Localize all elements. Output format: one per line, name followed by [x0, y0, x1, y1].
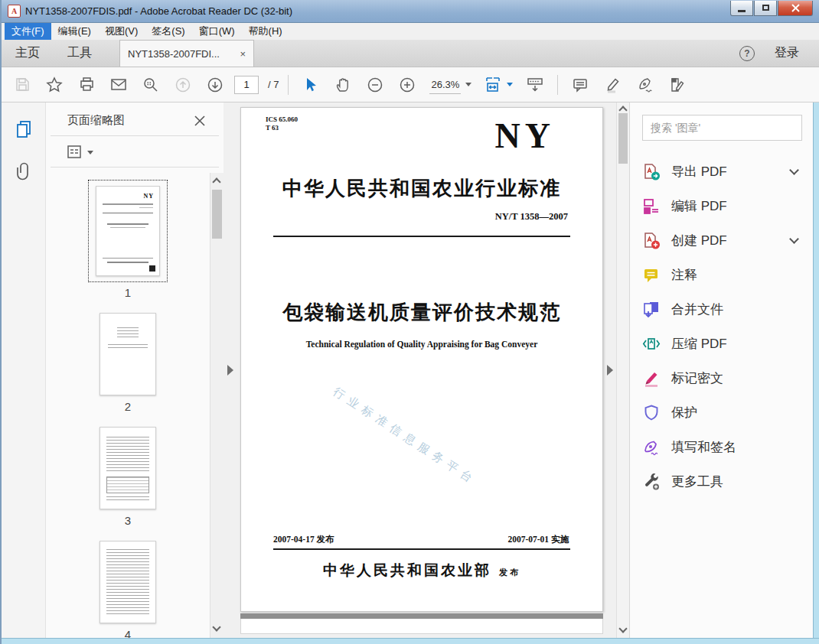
- fit-width-dropdown[interactable]: [481, 76, 516, 94]
- menu-bar: 文件(F) 编辑(E) 视图(V) 签名(S) 窗口(W) 帮助(H): [2, 23, 819, 40]
- tool-redact[interactable]: 标记密文: [642, 361, 802, 395]
- menu-edit[interactable]: 编辑(E): [51, 23, 98, 40]
- collapse-left-panel-button[interactable]: [224, 102, 237, 638]
- zoom-level-value: 26.3%: [429, 76, 461, 94]
- tool-more-tools[interactable]: 更多工具: [642, 464, 802, 499]
- tool-create-pdf[interactable]: 创建 PDF: [642, 223, 802, 258]
- maximize-icon: [762, 5, 769, 11]
- hand-icon: [334, 76, 351, 93]
- tab-tools[interactable]: 工具: [54, 40, 106, 67]
- page-thumbnails-icon[interactable]: [14, 119, 34, 139]
- redact-icon: [642, 369, 661, 388]
- favorite-button[interactable]: [41, 72, 67, 98]
- chevron-down-icon[interactable]: [789, 234, 799, 244]
- thumbnail-page-1[interactable]: NY 1: [89, 181, 167, 299]
- thumbnail-page-4[interactable]: 4: [100, 541, 156, 641]
- close-icon: [791, 4, 800, 12]
- divider-rule: [273, 548, 570, 550]
- menu-sign[interactable]: 签名(S): [145, 23, 191, 40]
- tool-label: 更多工具: [671, 473, 802, 490]
- thumbnail-page-3[interactable]: 3: [100, 427, 156, 527]
- tools-panel: 导出 PDF 编辑 PDF 创建 PDF 注释: [629, 102, 813, 638]
- thumbnail-panel: 页面缩略图 NY: [46, 102, 224, 638]
- menu-window[interactable]: 窗口(W): [192, 23, 242, 40]
- edit-pdf-icon: [642, 197, 661, 216]
- menu-view[interactable]: 视图(V): [98, 23, 145, 40]
- export-pdf-icon: [642, 163, 661, 181]
- thumbnail-scrollbar[interactable]: [210, 173, 224, 638]
- menu-file[interactable]: 文件(F): [5, 23, 51, 40]
- tab-home[interactable]: 主页: [2, 40, 54, 67]
- highlight-tool-button[interactable]: [599, 72, 625, 98]
- previous-page-button[interactable]: [170, 72, 196, 98]
- thumbnail-list: NY 1 2: [46, 173, 210, 638]
- page-count-label: / 7: [268, 79, 279, 90]
- tab-close-icon[interactable]: ×: [240, 49, 246, 59]
- panel-toggle-icon: [607, 365, 613, 376]
- print-button[interactable]: [73, 72, 100, 98]
- pdf-page-2-edge: [240, 619, 603, 634]
- thumbnail-options-button[interactable]: [51, 136, 219, 168]
- panel-close-icon[interactable]: [194, 115, 205, 126]
- save-button[interactable]: [9, 72, 35, 98]
- tool-combine-files[interactable]: 合并文件: [642, 292, 802, 327]
- fill-sign-tool-button[interactable]: [664, 72, 690, 98]
- tool-compress-pdf[interactable]: 压缩 PDF: [642, 327, 802, 361]
- login-button[interactable]: 登录: [775, 45, 799, 61]
- divider-rule: [273, 236, 570, 237]
- hand-tool-button[interactable]: [330, 72, 356, 98]
- print-icon: [79, 76, 95, 93]
- tools-search-input[interactable]: [642, 115, 802, 141]
- tool-label: 保护: [671, 404, 802, 421]
- window-frame-bottom: [2, 638, 819, 644]
- tool-edit-pdf[interactable]: 编辑 PDF: [642, 189, 802, 223]
- panel-toggle-icon: [227, 365, 233, 376]
- chevron-down-icon[interactable]: [789, 165, 799, 175]
- collapse-right-panel-button[interactable]: [603, 102, 617, 638]
- menu-help[interactable]: 帮助(H): [242, 23, 289, 40]
- close-button[interactable]: [778, 1, 813, 16]
- tool-comment[interactable]: 注释: [642, 258, 802, 292]
- help-icon[interactable]: ?: [739, 46, 755, 61]
- toolbar: / 7 26.3%: [2, 67, 819, 102]
- comment-tool-button[interactable]: [567, 72, 593, 98]
- minimize-icon: [738, 10, 746, 12]
- zoom-level-dropdown[interactable]: 26.3%: [426, 76, 475, 94]
- sign-tool-button[interactable]: [631, 72, 657, 98]
- highlighter-icon: [604, 76, 621, 93]
- tool-label: 注释: [671, 266, 802, 284]
- ics-code: ICS 65.060: [266, 115, 298, 124]
- zoom-out-icon: [367, 76, 383, 93]
- scroll-down-icon[interactable]: [618, 624, 627, 633]
- tool-export-pdf[interactable]: 导出 PDF: [642, 154, 802, 189]
- thumbnail-page-2[interactable]: 2: [100, 313, 156, 413]
- fill-sign-icon: [668, 76, 686, 93]
- title-bar: A NYT1358-2007FDIS.pdf - Adobe Acrobat R…: [2, 0, 819, 23]
- comment-icon: [572, 76, 589, 93]
- attachments-icon[interactable]: [15, 161, 33, 181]
- document-title-cn: 包袋输送机质量评价技术规范: [241, 299, 602, 326]
- page-display-icon: [526, 76, 544, 94]
- select-tool-button[interactable]: [298, 72, 324, 98]
- tool-protect[interactable]: 保护: [642, 395, 802, 430]
- zoom-in-button[interactable]: [394, 72, 420, 98]
- protect-shield-icon: [642, 404, 661, 422]
- page-display-button[interactable]: [522, 72, 548, 98]
- email-button[interactable]: [106, 72, 132, 98]
- tab-document[interactable]: NYT1358-2007FDI... ×: [119, 40, 254, 67]
- scroll-down-icon[interactable]: [212, 623, 220, 631]
- pdf-page-1: ICS 65.060 T 63 NY 中华人民共和国农业行业标准 NY/T 13…: [240, 107, 603, 612]
- zoom-out-button[interactable]: [362, 72, 388, 98]
- standard-number: NY/T 1358—2007: [495, 211, 568, 223]
- issue-date: 2007-04-17 发布: [273, 534, 334, 545]
- next-page-button[interactable]: [202, 72, 228, 98]
- minimize-button[interactable]: [730, 1, 753, 16]
- tool-fill-sign[interactable]: 填写和签名: [642, 430, 802, 464]
- maximize-button[interactable]: [754, 1, 777, 16]
- search-button[interactable]: [138, 72, 164, 98]
- search-icon: [142, 76, 159, 93]
- zoom-in-icon: [399, 76, 416, 93]
- document-scrollbar[interactable]: [616, 102, 629, 638]
- page-number-input[interactable]: [234, 76, 259, 94]
- scroll-up-icon[interactable]: [212, 177, 220, 186]
